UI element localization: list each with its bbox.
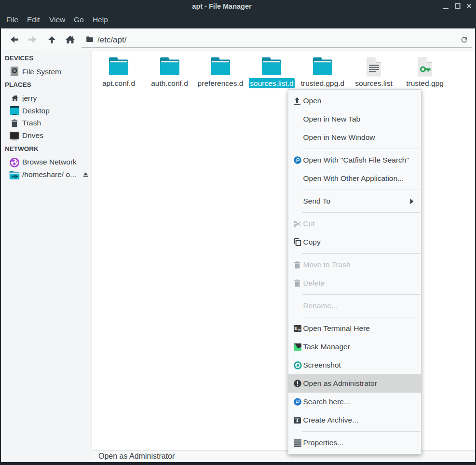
svg-text:$: $	[295, 326, 297, 331]
